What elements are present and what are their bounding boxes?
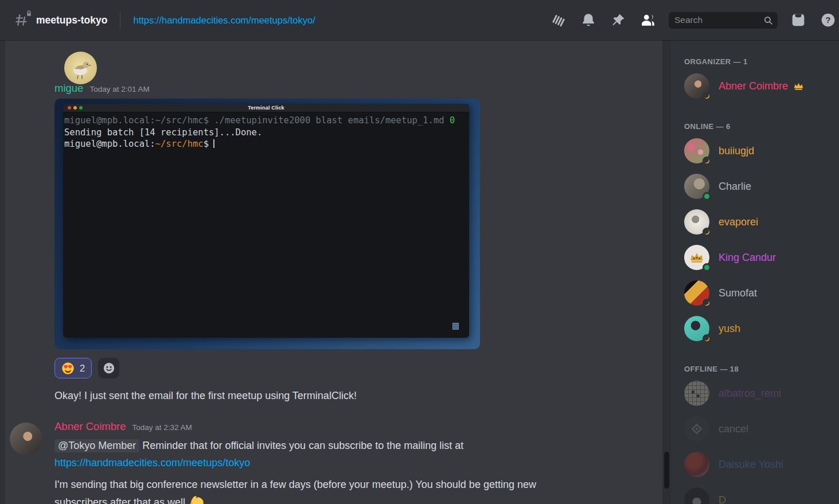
member-list: ORGANIZER — 1 Abner Coimbre ONLINE — 6 b… bbox=[671, 40, 839, 504]
idle-status-icon bbox=[703, 334, 711, 343]
message-text: Okay! I just sent the email for the firs… bbox=[54, 388, 616, 403]
terminal-output: miguel@mpb.local:~/src/hmc$ ./meetupinvi… bbox=[63, 112, 469, 150]
member-name: Charlie bbox=[719, 181, 751, 193]
member-d-partial[interactable]: D bbox=[684, 487, 834, 504]
terminal-titlebar: Terminal Click bbox=[63, 104, 469, 112]
member-name: evaporei bbox=[719, 216, 758, 228]
message-timestamp: Today at 2:01 AM bbox=[89, 85, 149, 93]
search-input[interactable] bbox=[674, 15, 763, 25]
lock-icon bbox=[26, 10, 32, 17]
member-list-icon[interactable] bbox=[641, 13, 655, 28]
member-daisuke-yoshi[interactable]: Daisuke Yoshi bbox=[684, 452, 834, 477]
diamond-avatar-art bbox=[689, 421, 704, 436]
message-migue: migue Today at 2:01 AM Terminal Click mi… bbox=[0, 49, 671, 403]
pin-icon[interactable] bbox=[611, 13, 626, 28]
bird-avatar-art bbox=[64, 52, 97, 84]
member-abner[interactable]: Abner Coimbre bbox=[684, 73, 834, 99]
owner-crown-icon bbox=[793, 81, 804, 92]
member-section-online[interactable]: ONLINE — 6 bbox=[684, 122, 834, 131]
header-divider bbox=[120, 11, 120, 29]
chat-scrollbar-thumb[interactable] bbox=[664, 452, 669, 489]
crown-avatar-art bbox=[689, 249, 705, 265]
member-cancel[interactable]: cancel bbox=[684, 416, 834, 442]
member-name: yush bbox=[719, 323, 740, 335]
terminal-cursor bbox=[213, 139, 214, 148]
idle-status-icon bbox=[703, 157, 711, 165]
member-charlie[interactable]: Charlie bbox=[684, 174, 834, 199]
message-abner: Abner Coimbre Today at 2:32 AM @Tokyo Me… bbox=[0, 420, 671, 504]
channel-header: meetups-tokyo https://handmadecities.com… bbox=[0, 0, 839, 40]
heart-eyes-emoji-icon bbox=[61, 362, 75, 375]
idle-status-icon bbox=[703, 299, 711, 307]
terminal-window: Terminal Click miguel@mpb.local:~/src/hm… bbox=[63, 104, 469, 338]
member-name: King Candur bbox=[719, 252, 776, 264]
chat-area: migue Today at 2:01 AM Terminal Click mi… bbox=[0, 40, 671, 504]
avatar[interactable] bbox=[10, 423, 42, 455]
idle-status-icon bbox=[703, 228, 711, 236]
message-author[interactable]: Abner Coimbre bbox=[54, 420, 126, 433]
reaction-heart-eyes[interactable]: 2 bbox=[54, 358, 92, 378]
avatar[interactable] bbox=[64, 52, 97, 84]
message-link[interactable]: https://handmadecities.com/meetups/tokyo bbox=[54, 457, 250, 468]
channel-hash-lock-icon bbox=[14, 12, 30, 28]
member-king-candur[interactable]: King Candur bbox=[684, 245, 834, 270]
online-status-icon bbox=[703, 263, 711, 272]
member-name: albatros_remi bbox=[719, 388, 781, 400]
inbox-icon[interactable] bbox=[791, 13, 806, 28]
search-icon bbox=[763, 15, 773, 25]
message-text: I'm sending that big conference newslett… bbox=[54, 476, 671, 504]
member-yush[interactable]: yush bbox=[684, 316, 834, 341]
member-evaporei[interactable]: evaporei bbox=[684, 209, 834, 235]
help-icon[interactable]: ? bbox=[821, 13, 836, 28]
avatar bbox=[684, 416, 709, 442]
terminal-screenshot-attachment[interactable]: Terminal Click miguel@mpb.local:~/src/hm… bbox=[54, 99, 480, 349]
terminal-window-title: Terminal Click bbox=[63, 105, 469, 111]
member-name: buiiugjd bbox=[719, 145, 754, 157]
channel-name: meetups-tokyo bbox=[36, 14, 107, 26]
member-sumofat[interactable]: Sumofat bbox=[684, 280, 834, 306]
avatar bbox=[684, 452, 709, 477]
member-name: D bbox=[719, 494, 726, 504]
idle-status-icon bbox=[703, 92, 711, 100]
member-name: cancel bbox=[719, 423, 748, 435]
reactions-row: 2 bbox=[54, 358, 671, 378]
channel-topic-link[interactable]: https://handmadecities.com/meetups/tokyo… bbox=[133, 15, 315, 26]
discord-app: { "header": { "channel_name": "meetups-t… bbox=[0, 0, 839, 504]
member-albatros-remi[interactable]: albatros_remi bbox=[684, 381, 834, 406]
search-box[interactable] bbox=[669, 12, 778, 29]
member-name: Abner Coimbre bbox=[719, 80, 788, 92]
terminal-scroll-indicator bbox=[452, 323, 459, 330]
online-status-icon bbox=[703, 192, 711, 201]
role-mention[interactable]: @Tokyo Member bbox=[54, 439, 139, 452]
chat-scrollbar[interactable] bbox=[662, 40, 671, 504]
add-reaction-button[interactable] bbox=[98, 358, 119, 378]
notifications-bell-icon[interactable] bbox=[581, 13, 596, 28]
member-name: Sumofat bbox=[719, 287, 757, 299]
member-section-organizer[interactable]: ORGANIZER — 1 bbox=[684, 57, 834, 66]
threads-icon[interactable] bbox=[551, 13, 566, 28]
member-buiiugjd[interactable]: buiiugjd bbox=[684, 138, 834, 163]
smiley-add-reaction-icon bbox=[103, 362, 115, 374]
message-timestamp: Today at 2:32 AM bbox=[132, 423, 192, 432]
flexed-biceps-emoji-icon bbox=[189, 493, 205, 504]
avatar bbox=[684, 487, 709, 504]
message-text: @Tokyo Member Reminder that for official… bbox=[54, 437, 671, 454]
member-section-offline[interactable]: OFFLINE — 18 bbox=[684, 365, 834, 373]
svg-text:?: ? bbox=[825, 15, 830, 25]
avatar bbox=[684, 381, 709, 406]
member-name: Daisuke Yoshi bbox=[719, 459, 783, 471]
reaction-count: 2 bbox=[80, 363, 85, 374]
